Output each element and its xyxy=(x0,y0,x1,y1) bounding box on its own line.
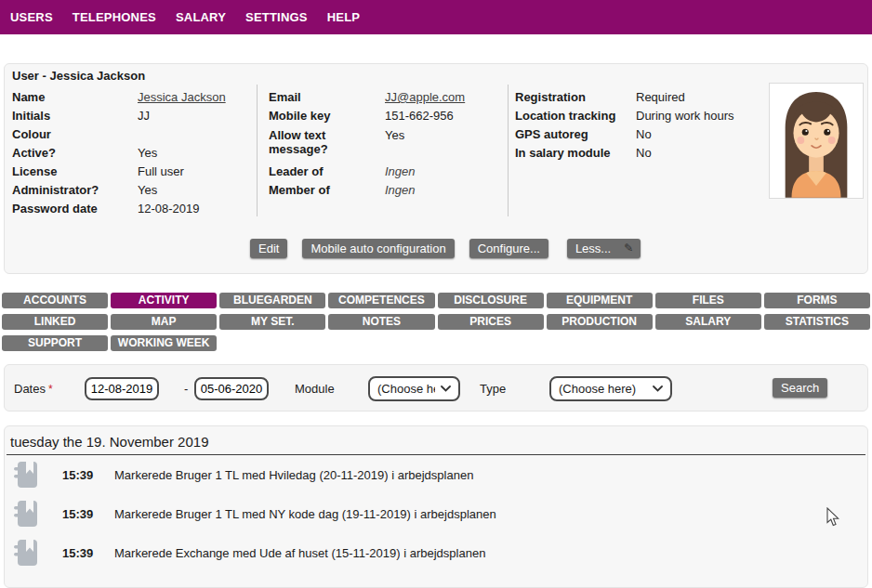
module-label: Module xyxy=(295,365,335,412)
column-divider xyxy=(508,85,509,216)
field-value: No xyxy=(636,144,652,163)
field-row: Leader of Ingen xyxy=(269,163,465,181)
field-row: In salary module No xyxy=(515,144,734,163)
field-value: Yes xyxy=(138,181,157,200)
search-button[interactable]: Search xyxy=(773,378,827,398)
tab-forms[interactable]: FORMS xyxy=(764,293,870,308)
tab-statistics[interactable]: STATISTICS xyxy=(764,314,870,330)
field-label: License xyxy=(12,163,138,181)
field-row: Email JJ@apple.com xyxy=(269,88,465,107)
date-range-separator: - xyxy=(184,365,188,412)
field-value: During work hours xyxy=(636,107,734,125)
field-label: Registration xyxy=(515,88,636,107)
field-row: Administrator? Yes xyxy=(12,181,226,200)
journal-icon xyxy=(14,500,38,528)
less-button[interactable]: Less...✎ xyxy=(567,239,641,258)
configure-button[interactable]: Configure... xyxy=(469,239,548,258)
tab-linked-accounts[interactable]: LINKED ACCOUNTS xyxy=(2,314,108,330)
less-button-label: Less... xyxy=(575,242,611,255)
log-entry-time: 15:39 xyxy=(62,546,103,560)
tab-competences[interactable]: COMPETENCES xyxy=(328,293,434,308)
field-label: Mobile key xyxy=(269,107,385,125)
tab-notes[interactable]: NOTES xyxy=(328,314,434,330)
field-row: Name Jessica Jackson xyxy=(12,88,226,107)
mobile-auto-configuration-button[interactable]: Mobile auto configuration xyxy=(302,239,454,258)
tab-bluegarden[interactable]: BLUEGARDEN xyxy=(219,293,325,308)
log-entry-time: 15:39 xyxy=(62,507,103,521)
field-row: GPS autoreg No xyxy=(515,125,734,144)
tab-support[interactable]: SUPPORT xyxy=(2,335,108,351)
main-nav: USERS TELEPHONES SALARY SETTINGS HELP xyxy=(0,0,872,34)
journal-icon xyxy=(14,461,38,489)
type-select-value: (Choose here) xyxy=(559,382,647,396)
field-value: 151-662-956 xyxy=(385,107,454,125)
field-label: GPS autoreg xyxy=(515,125,636,144)
field-row: Active? Yes xyxy=(12,144,226,163)
tab-salary[interactable]: SALARY xyxy=(655,314,761,330)
edit-button[interactable]: Edit xyxy=(250,239,287,258)
activity-log-panel: tuesday the 19. November 2019 15:39 Mark… xyxy=(4,425,868,588)
field-label: Member of xyxy=(269,181,385,200)
user-fields-column-3: Registration Required Location tracking … xyxy=(515,88,734,163)
field-row: Member of Ingen xyxy=(269,181,465,200)
type-select[interactable]: (Choose here) xyxy=(549,376,672,401)
field-row: License Full user xyxy=(12,163,226,181)
field-value: Yes xyxy=(385,125,404,163)
field-value: Yes xyxy=(138,144,157,163)
log-entry: 15:39 Markerede Bruger 1 TL med NY kode … xyxy=(5,494,867,533)
tab-working-week[interactable]: WORKING WEEK xyxy=(111,335,217,351)
nav-item-help[interactable]: HELP xyxy=(327,10,360,24)
user-actions: Edit Mobile auto configuration Configure… xyxy=(250,239,641,258)
field-label: Leader of xyxy=(269,163,385,181)
field-label: Allow text message? xyxy=(269,125,385,163)
tab-activity[interactable]: ACTIVITY xyxy=(111,293,217,308)
field-value: 12-08-2019 xyxy=(138,200,200,218)
pencil-icon: ✎ xyxy=(624,242,633,255)
field-label: Location tracking xyxy=(515,107,636,125)
user-email-link[interactable]: JJ@apple.com xyxy=(385,88,465,107)
page-title: User - Jessica Jackson xyxy=(12,69,145,83)
module-select-value: (Choose here) xyxy=(377,382,435,396)
column-divider xyxy=(257,85,258,216)
field-row: Registration Required xyxy=(515,88,734,107)
nav-item-settings[interactable]: SETTINGS xyxy=(245,10,308,24)
field-label: Password date xyxy=(12,200,138,218)
log-entry: 15:39 Markerede Bruger 1 TL med Hviledag… xyxy=(5,455,867,494)
field-label: Administrator? xyxy=(12,181,138,200)
field-value: JJ xyxy=(138,107,150,125)
tab-production[interactable]: PRODUCTION xyxy=(547,314,653,330)
dates-label-text: Dates xyxy=(14,382,46,396)
tab-prices[interactable]: PRICES xyxy=(438,314,544,330)
required-asterisk: * xyxy=(48,383,53,396)
user-name-link[interactable]: Jessica Jackson xyxy=(138,88,226,107)
nav-item-salary[interactable]: SALARY xyxy=(176,10,226,24)
date-to-input[interactable] xyxy=(194,377,269,400)
dates-label: Dates* xyxy=(14,365,53,413)
field-label: In salary module xyxy=(515,144,636,163)
user-detail-panel: User - Jessica Jackson Name Jessica Jack… xyxy=(4,63,868,274)
module-select[interactable]: (Choose here) xyxy=(368,376,460,401)
tab-equipment[interactable]: EQUIPMENT xyxy=(547,293,653,308)
field-value: No xyxy=(636,125,652,144)
field-row: Mobile key 151-662-956 xyxy=(269,107,465,125)
nav-item-users[interactable]: USERS xyxy=(10,10,53,24)
tab-map[interactable]: MAP xyxy=(111,314,217,330)
field-label: Active? xyxy=(12,144,138,163)
field-row: Location tracking During work hours xyxy=(515,107,734,125)
field-label: Colour xyxy=(12,125,138,144)
tab-my-set[interactable]: MY SET. xyxy=(219,314,325,330)
nav-item-telephones[interactable]: TELEPHONES xyxy=(73,10,156,24)
user-fields-column-1: Name Jessica Jackson Initials JJ Colour … xyxy=(12,88,226,218)
tab-files[interactable]: FILES xyxy=(655,293,761,308)
log-entry-text: Markerede Exchange med Ude af huset (15-… xyxy=(114,546,485,560)
tab-disclosure[interactable]: DISCLOSURE xyxy=(438,293,544,308)
field-row: Colour xyxy=(12,125,226,144)
field-value: Ingen xyxy=(385,163,416,181)
app-window: USERS TELEPHONES SALARY SETTINGS HELP Us… xyxy=(0,0,872,588)
log-entry-text: Markerede Bruger 1 TL med NY kode dag (1… xyxy=(114,507,496,521)
tab-accounts[interactable]: ACCOUNTS xyxy=(2,293,108,308)
date-from-input[interactable] xyxy=(85,377,159,400)
chevron-down-icon xyxy=(441,385,451,392)
field-row: Allow text message? Yes xyxy=(269,125,465,163)
field-label: Email xyxy=(269,88,385,107)
